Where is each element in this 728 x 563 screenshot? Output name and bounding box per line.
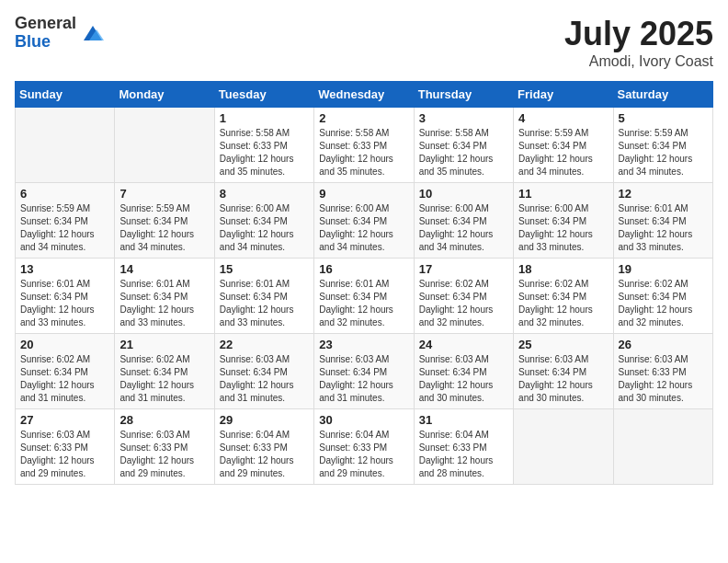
day-number: 11	[518, 187, 608, 201]
calendar-cell: 29Sunrise: 6:04 AM Sunset: 6:33 PM Dayli…	[214, 409, 313, 485]
logo: General Blue	[15, 15, 106, 52]
calendar-cell: 6Sunrise: 5:59 AM Sunset: 6:34 PM Daylig…	[16, 183, 115, 259]
logo-blue: Blue	[15, 33, 76, 52]
day-info: Sunrise: 6:00 AM Sunset: 6:34 PM Dayligh…	[419, 202, 508, 254]
calendar-cell: 17Sunrise: 6:02 AM Sunset: 6:34 PM Dayli…	[414, 259, 513, 334]
weekday-header-tuesday: Tuesday	[214, 82, 313, 108]
day-number: 25	[518, 338, 608, 351]
calendar-cell: 31Sunrise: 6:04 AM Sunset: 6:33 PM Dayli…	[414, 409, 513, 485]
day-info: Sunrise: 6:03 AM Sunset: 6:33 PM Dayligh…	[20, 429, 109, 480]
week-row-5: 27Sunrise: 6:03 AM Sunset: 6:33 PM Dayli…	[16, 409, 713, 485]
calendar-cell: 4Sunrise: 5:59 AM Sunset: 6:34 PM Daylig…	[514, 108, 613, 183]
calendar-cell: 26Sunrise: 6:03 AM Sunset: 6:33 PM Dayli…	[613, 334, 712, 409]
day-number: 19	[619, 262, 708, 276]
calendar-table: SundayMondayTuesdayWednesdayThursdayFrid…	[15, 81, 713, 485]
day-number: 8	[220, 187, 309, 201]
day-info: Sunrise: 6:02 AM Sunset: 6:34 PM Dayligh…	[119, 353, 209, 405]
day-number: 28	[119, 413, 209, 427]
day-info: Sunrise: 6:04 AM Sunset: 6:33 PM Dayligh…	[220, 429, 309, 480]
day-number: 6	[20, 187, 109, 201]
calendar-cell: 27Sunrise: 6:03 AM Sunset: 6:33 PM Dayli…	[16, 409, 115, 485]
calendar-cell: 3Sunrise: 5:58 AM Sunset: 6:34 PM Daylig…	[414, 108, 513, 183]
title-block: July 2025 Amodi, Ivory Coast	[564, 15, 713, 70]
calendar-cell: 8Sunrise: 6:00 AM Sunset: 6:34 PM Daylig…	[214, 183, 313, 259]
day-number: 3	[419, 111, 508, 125]
day-info: Sunrise: 5:59 AM Sunset: 6:34 PM Dayligh…	[119, 202, 209, 254]
day-info: Sunrise: 6:02 AM Sunset: 6:34 PM Dayligh…	[20, 353, 109, 405]
calendar-cell: 7Sunrise: 5:59 AM Sunset: 6:34 PM Daylig…	[115, 183, 214, 259]
day-number: 4	[518, 111, 608, 125]
weekday-header-thursday: Thursday	[414, 82, 513, 108]
day-number: 26	[619, 338, 708, 351]
page-header: General Blue July 2025 Amodi, Ivory Coas…	[15, 15, 713, 70]
day-info: Sunrise: 6:04 AM Sunset: 6:33 PM Dayligh…	[419, 429, 508, 480]
calendar-cell: 22Sunrise: 6:03 AM Sunset: 6:34 PM Dayli…	[214, 334, 313, 409]
calendar-cell: 30Sunrise: 6:04 AM Sunset: 6:33 PM Dayli…	[314, 409, 414, 485]
day-number: 5	[619, 111, 708, 125]
calendar-cell: 15Sunrise: 6:01 AM Sunset: 6:34 PM Dayli…	[214, 259, 313, 334]
day-number: 15	[220, 262, 309, 276]
day-info: Sunrise: 6:00 AM Sunset: 6:34 PM Dayligh…	[319, 202, 408, 254]
logo-general: General	[15, 15, 76, 33]
day-info: Sunrise: 5:59 AM Sunset: 6:34 PM Dayligh…	[619, 127, 708, 178]
day-info: Sunrise: 5:58 AM Sunset: 6:33 PM Dayligh…	[319, 127, 408, 178]
day-number: 2	[319, 111, 408, 125]
calendar-cell: 13Sunrise: 6:01 AM Sunset: 6:34 PM Dayli…	[16, 259, 115, 334]
day-number: 29	[220, 413, 309, 427]
weekday-header-sunday: Sunday	[16, 82, 115, 108]
day-number: 14	[119, 262, 209, 276]
day-number: 1	[220, 111, 309, 125]
weekday-header-saturday: Saturday	[613, 82, 712, 108]
calendar-cell	[16, 108, 115, 183]
day-number: 30	[319, 413, 408, 427]
day-info: Sunrise: 6:02 AM Sunset: 6:34 PM Dayligh…	[419, 278, 508, 329]
calendar-cell: 24Sunrise: 6:03 AM Sunset: 6:34 PM Dayli…	[414, 334, 513, 409]
weekday-header-row: SundayMondayTuesdayWednesdayThursdayFrid…	[16, 82, 713, 108]
day-number: 9	[319, 187, 408, 201]
weekday-header-friday: Friday	[514, 82, 613, 108]
calendar-cell: 1Sunrise: 5:58 AM Sunset: 6:33 PM Daylig…	[214, 108, 313, 183]
day-number: 31	[419, 413, 508, 427]
day-info: Sunrise: 6:01 AM Sunset: 6:34 PM Dayligh…	[319, 278, 408, 329]
calendar-cell: 20Sunrise: 6:02 AM Sunset: 6:34 PM Dayli…	[16, 334, 115, 409]
calendar-cell: 14Sunrise: 6:01 AM Sunset: 6:34 PM Dayli…	[115, 259, 214, 334]
calendar-cell: 25Sunrise: 6:03 AM Sunset: 6:34 PM Dayli…	[514, 334, 613, 409]
calendar-cell: 11Sunrise: 6:00 AM Sunset: 6:34 PM Dayli…	[514, 183, 613, 259]
day-info: Sunrise: 6:03 AM Sunset: 6:33 PM Dayligh…	[619, 353, 708, 405]
day-info: Sunrise: 6:03 AM Sunset: 6:34 PM Dayligh…	[419, 353, 508, 405]
weekday-header-monday: Monday	[115, 82, 214, 108]
logo-icon	[80, 20, 106, 46]
calendar-cell: 5Sunrise: 5:59 AM Sunset: 6:34 PM Daylig…	[613, 108, 712, 183]
week-row-3: 13Sunrise: 6:01 AM Sunset: 6:34 PM Dayli…	[16, 259, 713, 334]
day-info: Sunrise: 6:00 AM Sunset: 6:34 PM Dayligh…	[220, 202, 309, 254]
day-number: 10	[419, 187, 508, 201]
calendar-cell: 18Sunrise: 6:02 AM Sunset: 6:34 PM Dayli…	[514, 259, 613, 334]
day-info: Sunrise: 6:02 AM Sunset: 6:34 PM Dayligh…	[619, 278, 708, 329]
day-number: 16	[319, 262, 408, 276]
day-number: 27	[20, 413, 109, 427]
day-number: 21	[119, 338, 209, 351]
day-number: 22	[220, 338, 309, 351]
weekday-header-wednesday: Wednesday	[314, 82, 414, 108]
day-number: 23	[319, 338, 408, 351]
day-number: 20	[20, 338, 109, 351]
calendar-cell: 16Sunrise: 6:01 AM Sunset: 6:34 PM Dayli…	[314, 259, 414, 334]
day-number: 18	[518, 262, 608, 276]
day-info: Sunrise: 6:03 AM Sunset: 6:33 PM Dayligh…	[119, 429, 209, 480]
calendar-cell: 28Sunrise: 6:03 AM Sunset: 6:33 PM Dayli…	[115, 409, 214, 485]
calendar-cell	[115, 108, 214, 183]
calendar-cell	[514, 409, 613, 485]
location: Amodi, Ivory Coast	[564, 53, 713, 70]
calendar-cell: 10Sunrise: 6:00 AM Sunset: 6:34 PM Dayli…	[414, 183, 513, 259]
day-info: Sunrise: 5:59 AM Sunset: 6:34 PM Dayligh…	[518, 127, 608, 178]
day-number: 13	[20, 262, 109, 276]
week-row-1: 1Sunrise: 5:58 AM Sunset: 6:33 PM Daylig…	[16, 108, 713, 183]
calendar-cell: 23Sunrise: 6:03 AM Sunset: 6:34 PM Dayli…	[314, 334, 414, 409]
day-info: Sunrise: 5:58 AM Sunset: 6:33 PM Dayligh…	[220, 127, 309, 178]
day-info: Sunrise: 6:03 AM Sunset: 6:34 PM Dayligh…	[319, 353, 408, 405]
day-number: 7	[119, 187, 209, 201]
month-title: July 2025	[564, 15, 713, 53]
calendar-cell: 12Sunrise: 6:01 AM Sunset: 6:34 PM Dayli…	[613, 183, 712, 259]
calendar-cell: 21Sunrise: 6:02 AM Sunset: 6:34 PM Dayli…	[115, 334, 214, 409]
day-info: Sunrise: 6:04 AM Sunset: 6:33 PM Dayligh…	[319, 429, 408, 480]
